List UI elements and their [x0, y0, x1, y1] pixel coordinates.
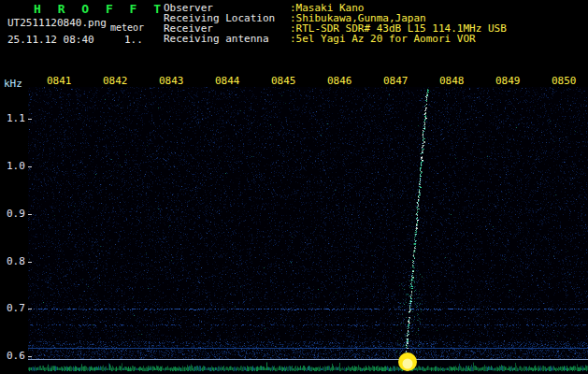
freq-tick-label: 0.6 [7, 351, 25, 361]
antenna-label: Receiving antenna [164, 34, 269, 44]
freq-tick-label: 1.0 [7, 161, 25, 171]
time-tick-label: 0846 [327, 76, 352, 86]
app-title: H R O F F T [34, 4, 165, 14]
time-tick-label: 0848 [439, 76, 465, 86]
time-tick-label: 0844 [215, 76, 240, 86]
freq-tick-label: 0.9 [7, 209, 25, 219]
time-tick-label: 0843 [159, 76, 184, 86]
hrofft-window: H R O F F T UT2511120840.png meteor 25.1… [0, 0, 588, 374]
datetime: 25.11.12 08:40 [7, 35, 94, 45]
filename: UT2511120840.png [7, 18, 107, 28]
mode-label: meteor [110, 22, 144, 33]
spectrogram-canvas [28, 87, 588, 374]
time-tick-label: 0849 [495, 76, 521, 86]
time-tick-label: 0845 [271, 76, 296, 86]
freq-tick-label: 0.7 [7, 303, 25, 313]
freq-tick-label: 1.1 [7, 113, 25, 123]
time-tick-label: 0842 [103, 76, 128, 86]
time-tick-label: 0850 [552, 76, 577, 86]
time-tick-label: 0841 [47, 76, 72, 86]
event-count: 1.. [124, 35, 143, 45]
time-tick-label: 0847 [383, 76, 409, 86]
antenna-value: :5el Yagi Az 20 for Aomori VOR [290, 34, 476, 44]
freq-unit-label: kHz [4, 79, 22, 89]
freq-tick-label: 0.8 [7, 256, 25, 266]
